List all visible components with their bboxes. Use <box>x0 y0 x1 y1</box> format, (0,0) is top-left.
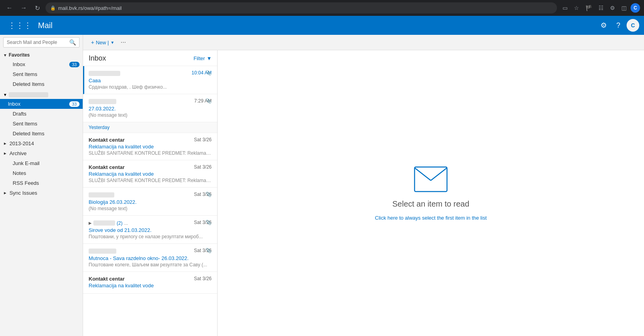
attachment-icon: 📎 <box>206 70 212 76</box>
email-sender: Kontakt centar <box>89 276 125 282</box>
sidebar-item-sent[interactable]: Sent Items <box>0 119 83 129</box>
new-label: New | <box>96 40 109 46</box>
right-panel: + New | ▼ ··· Inbox Filter ▼ <box>83 35 644 336</box>
cast-button[interactable]: ▭ <box>560 3 570 13</box>
email-item-top: 7:29 AM <box>89 98 212 105</box>
help-button[interactable]: ? <box>613 19 623 32</box>
email-time: Sat 3/26 <box>194 276 212 281</box>
profile-button[interactable]: ◫ <box>619 3 629 13</box>
rss-label: RSS Feeds <box>13 180 80 186</box>
archive-chevron: ► <box>3 151 7 156</box>
forward-button[interactable]: → <box>18 3 29 13</box>
sidebar-item-drafts[interactable]: Drafts <box>0 109 83 119</box>
search-input[interactable] <box>7 40 69 45</box>
waffle-menu-button[interactable]: ⋮⋮⋮ <box>5 19 35 32</box>
2013-2014-label: 2013-2014 <box>9 140 34 146</box>
sidebar-group-archive[interactable]: ► Archive <box>0 148 83 158</box>
sidebar-item-junk[interactable]: Junk E-mail <box>0 158 83 168</box>
email-item-top: ▶ (2) ... Sat 3/26 <box>89 220 212 226</box>
sync-issues-label: Sync Issues <box>9 190 37 196</box>
email-item[interactable]: 📎 ▶ (2) ... Sat 3/26 Sirove vode od 21.0… <box>83 216 217 244</box>
sidebar: 🔍 ▼ Favorites Inbox 33 Sent Items Delete… <box>0 35 83 336</box>
sender-blurred <box>89 71 120 76</box>
sidebar-item-rss[interactable]: RSS Feeds <box>0 178 83 188</box>
sender-blurred <box>89 99 116 104</box>
favorites-deleted-label: Deleted Items <box>13 81 80 87</box>
app-bar-right: ⚙ ? C <box>597 19 639 32</box>
email-item-top: Kontakt centar Sat 3/26 <box>89 164 212 170</box>
attachment-icon: 📎 <box>206 220 212 225</box>
email-item-header-row: ▶ (2) ... <box>89 220 128 226</box>
reload-button[interactable]: ↻ <box>32 3 42 13</box>
filter-button[interactable]: Filter ▼ <box>193 55 212 61</box>
sidebar-item-favorites-deleted[interactable]: Deleted Items <box>0 79 83 89</box>
apps-button[interactable]: ☷ <box>596 3 606 13</box>
email-item[interactable]: Kontakt centar Sat 3/26 Reklamacija na k… <box>83 160 217 188</box>
email-preview: SLUŽBI SANITARNE KONTROLE PREDMET: Rekla… <box>89 178 212 183</box>
inbox-label: Inbox <box>8 101 69 107</box>
flag-icon[interactable]: 🏴 <box>583 3 595 13</box>
attachment-icon: 📎 <box>206 248 212 253</box>
reading-pane-link[interactable]: Click here to always select the first it… <box>375 215 487 221</box>
sender-blurred <box>89 249 116 254</box>
email-subject: Сава <box>89 78 212 84</box>
2013-2014-chevron: ► <box>3 141 7 146</box>
app-user-circle[interactable]: C <box>627 19 639 32</box>
email-item[interactable]: 📎 7:29 AM 27.03.2022. (No message text) <box>83 94 217 122</box>
email-item[interactable]: 📎 10:04 AM Сава Срдачан поздрав, . Шеф ф… <box>83 66 217 94</box>
email-subject: Biologija 26.03.2022. <box>89 199 212 205</box>
sidebar-item-deleted[interactable]: Deleted Items <box>0 129 83 139</box>
account-header[interactable]: ▼ <box>3 91 80 98</box>
email-list: 📎 10:04 AM Сава Срдачан поздрав, . Шеф ф… <box>83 66 217 336</box>
address-bar[interactable]: 🔒 mail.bvk.rs/owa/#path=/mail <box>45 2 557 13</box>
app-bar: ⋮⋮⋮ Mail ⚙ ? C <box>0 16 644 35</box>
email-item-top: Kontakt centar Sat 3/26 <box>89 137 212 143</box>
thread-count: (2) <box>117 220 123 226</box>
account-section: ▼ <box>0 89 83 99</box>
more-actions-button[interactable]: ··· <box>119 37 127 47</box>
app-title: Mail <box>38 21 597 30</box>
email-sender: Kontakt centar <box>89 137 125 143</box>
content-row: Inbox Filter ▼ 📎 10:04 AM Сава <box>83 50 644 336</box>
sender-blurred <box>93 220 115 226</box>
sidebar-item-favorites-sent[interactable]: Sent Items <box>0 69 83 79</box>
email-item-top: Sat 3/26 <box>89 248 212 254</box>
new-dropdown-arrow[interactable]: ▼ <box>110 40 114 45</box>
more-dots: ... <box>124 220 128 226</box>
email-item[interactable]: Kontakt centar Sat 3/26 Reklamacija na k… <box>83 272 217 294</box>
lock-icon: 🔒 <box>50 6 56 11</box>
email-subject: Mutnoca - Sava razdelno okno- 26.03.2022… <box>89 255 212 261</box>
favorites-chevron: ▼ <box>3 53 7 57</box>
sidebar-item-favorites-inbox[interactable]: Inbox 33 <box>0 59 83 69</box>
reading-pane-envelope-icon <box>413 165 449 193</box>
email-time: Sat 3/26 <box>194 164 212 170</box>
sidebar-group-sync-issues[interactable]: ► Sync Issues <box>0 188 83 198</box>
extensions-button[interactable]: ⚙ <box>608 3 617 13</box>
email-item[interactable]: 📎 Sat 3/26 Mutnoca - Sava razdelno okno-… <box>83 244 217 272</box>
email-subject: Sirove vode od 21.03.2022. <box>89 227 212 233</box>
expand-thread-arrow[interactable]: ▶ <box>89 221 92 225</box>
attachment-icon: 📎 <box>206 98 212 104</box>
search-icon[interactable]: 🔍 <box>69 39 76 46</box>
back-button[interactable]: ← <box>4 3 15 13</box>
email-item[interactable]: 📎 Sat 3/26 Biologija 26.03.2022. (No mes… <box>83 188 217 216</box>
toolbar: + New | ▼ ··· <box>83 35 644 50</box>
new-button[interactable]: + New | ▼ <box>88 38 117 47</box>
svg-line-1 <box>415 168 431 180</box>
email-preview: SLUŽBI SANITARNE KONTROLE PREDMET: Rekla… <box>89 150 212 156</box>
user-avatar[interactable]: C <box>631 3 640 13</box>
drafts-label: Drafts <box>13 111 80 117</box>
sidebar-group-2013-2014[interactable]: ► 2013-2014 <box>0 139 83 148</box>
email-preview: (No message text) <box>89 112 212 118</box>
filter-chevron: ▼ <box>206 55 212 61</box>
sidebar-item-inbox[interactable]: Inbox 33 <box>0 99 83 109</box>
email-item[interactable]: Kontakt centar Sat 3/26 Reklamacija na k… <box>83 133 217 160</box>
search-bar[interactable]: 🔍 <box>3 37 80 47</box>
junk-label: Junk E-mail <box>13 160 80 166</box>
favorites-label: Favorites <box>9 52 30 58</box>
date-separator: Yesterday <box>83 122 217 133</box>
sidebar-item-notes[interactable]: Notes <box>0 168 83 178</box>
favorites-header[interactable]: ▼ Favorites <box>0 50 83 59</box>
bookmark-button[interactable]: ☆ <box>572 3 581 13</box>
settings-button[interactable]: ⚙ <box>597 19 610 32</box>
